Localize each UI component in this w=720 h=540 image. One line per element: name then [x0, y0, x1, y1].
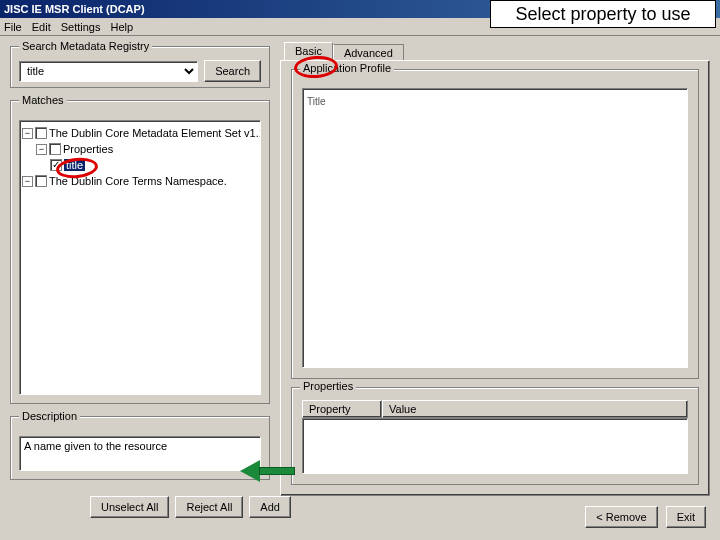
properties-body [302, 418, 688, 474]
checkbox-checked-icon[interactable]: ✓ [50, 159, 62, 171]
application-profile-legend: Application Profile [300, 62, 394, 74]
description-legend: Description [19, 410, 80, 422]
matches-group: Matches − The Dublin Core Metadata Eleme… [10, 94, 270, 404]
properties-group: Properties Property Value [291, 387, 699, 485]
checkbox-icon[interactable] [35, 175, 47, 187]
minus-icon[interactable]: − [22, 128, 33, 139]
minus-icon[interactable]: − [22, 176, 33, 187]
minus-icon[interactable]: − [36, 144, 47, 155]
search-button[interactable]: Search [204, 60, 261, 82]
description-group: Description A name given to the resource [10, 410, 270, 480]
right-panel: Application Profile Title Properties Pro… [280, 60, 710, 496]
exit-button[interactable]: Exit [666, 506, 706, 528]
menu-edit[interactable]: Edit [32, 18, 51, 35]
add-button[interactable]: Add [249, 496, 291, 518]
search-term-combo[interactable]: title [19, 61, 198, 82]
tabs: Basic Advanced [284, 42, 404, 60]
tree-node-label[interactable]: The Dublin Core Metadata Element Set v1.… [49, 127, 261, 139]
application-profile-group: Application Profile Title [291, 69, 699, 379]
menu-help[interactable]: Help [110, 18, 133, 35]
tree-root-label[interactable]: Title [307, 96, 326, 107]
col-property[interactable]: Property [302, 400, 382, 418]
description-text: A name given to the resource [19, 436, 261, 471]
matches-tree[interactable]: − The Dublin Core Metadata Element Set v… [19, 120, 261, 395]
remove-button[interactable]: < Remove [585, 506, 657, 528]
checkbox-icon[interactable] [35, 127, 47, 139]
matches-legend: Matches [19, 94, 67, 106]
properties-header: Property Value [302, 400, 688, 418]
annotation-callout: Select property to use [490, 0, 716, 28]
checkbox-icon[interactable] [49, 143, 61, 155]
tree-node-label[interactable]: Properties [63, 143, 113, 155]
menu-file[interactable]: File [4, 18, 22, 35]
tree-node-title[interactable]: title [64, 159, 85, 171]
search-registry-legend: Search Metadata Registry [19, 40, 152, 52]
tree-node-label[interactable]: The Dublin Core Terms Namespace. [49, 175, 227, 187]
unselect-all-button[interactable]: Unselect All [90, 496, 169, 518]
reject-all-button[interactable]: Reject All [175, 496, 243, 518]
search-registry-group: Search Metadata Registry title Search [10, 40, 270, 88]
tab-basic[interactable]: Basic [284, 42, 333, 60]
col-value[interactable]: Value [382, 400, 688, 418]
properties-legend: Properties [300, 380, 356, 392]
profile-tree[interactable]: Title [302, 88, 688, 368]
menu-settings[interactable]: Settings [61, 18, 101, 35]
window-title: JISC IE MSR Client (DCAP) [4, 3, 145, 15]
